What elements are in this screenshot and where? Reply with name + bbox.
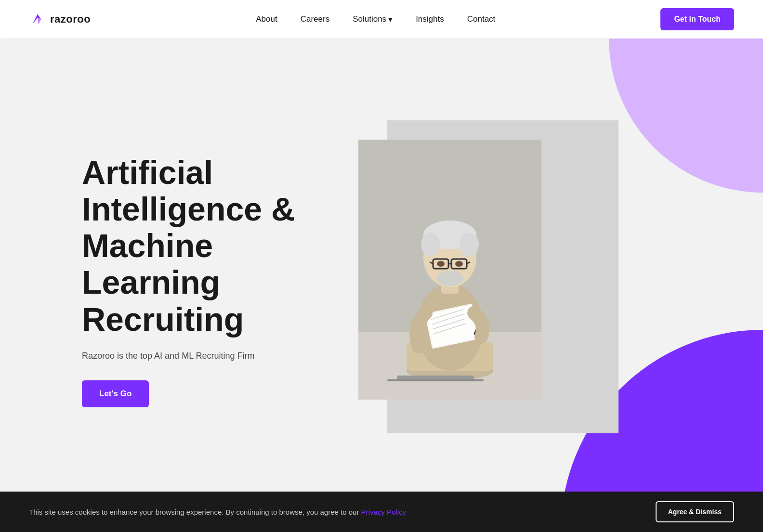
logo-icon [29, 11, 46, 28]
nav-item-contact[interactable]: Contact [467, 14, 496, 24]
svg-point-19 [455, 261, 463, 267]
navbar: razoroo About Careers Solutions ▾ Insigh… [0, 0, 763, 39]
privacy-policy-link[interactable]: Privacy Policy [361, 508, 406, 516]
nav-item-insights[interactable]: Insights [416, 14, 444, 24]
hero-photo [358, 140, 541, 400]
nav-item-solutions[interactable]: Solutions ▾ [353, 14, 393, 25]
svg-rect-27 [397, 376, 474, 379]
person-image [358, 140, 541, 400]
hero-section: Artificial Intelligence & Machine Learni… [0, 39, 763, 532]
svg-point-18 [437, 261, 445, 267]
hero-title: Artificial Intelligence & Machine Learni… [82, 154, 332, 337]
svg-point-12 [436, 271, 463, 286]
cookie-dismiss-button[interactable]: Agree & Dismiss [656, 501, 734, 522]
cookie-text: This site uses cookies to enhance your b… [29, 508, 406, 516]
nav-item-careers[interactable]: Careers [301, 14, 329, 24]
svg-rect-28 [387, 379, 484, 381]
chevron-down-icon: ▾ [388, 14, 393, 25]
svg-point-10 [421, 233, 440, 257]
hero-content: Artificial Intelligence & Machine Learni… [82, 154, 332, 407]
nav-item-about[interactable]: About [256, 14, 277, 24]
brand-name: razoroo [50, 13, 91, 26]
get-in-touch-button[interactable]: Get in Touch [660, 8, 734, 30]
deco-top-right-shape [609, 39, 763, 193]
nav-links: About Careers Solutions ▾ Insights Conta… [256, 14, 495, 25]
cookie-banner: This site uses cookies to enhance your b… [0, 492, 763, 532]
hero-subtitle: Razoroo is the top AI and ML Recruiting … [82, 351, 332, 361]
svg-point-11 [460, 233, 479, 257]
logo[interactable]: razoroo [29, 11, 91, 28]
lets-go-button[interactable]: Let's Go [82, 380, 149, 407]
